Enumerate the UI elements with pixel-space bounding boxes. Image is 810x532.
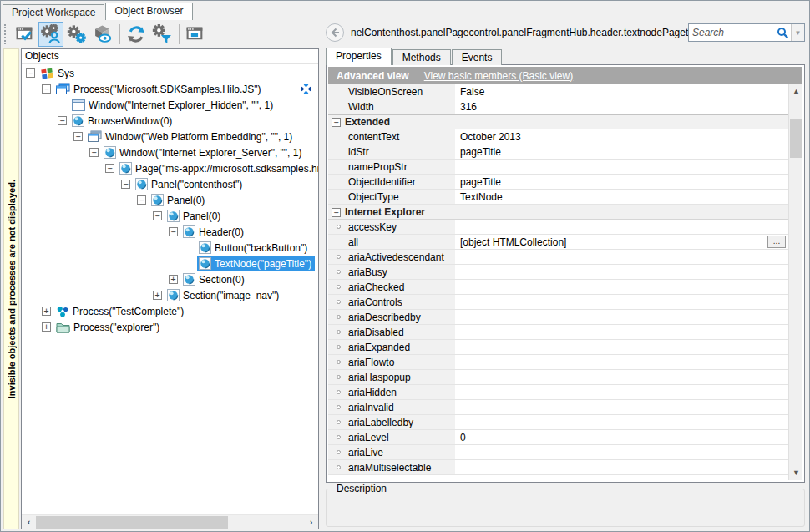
window-panel-button[interactable] <box>183 22 208 47</box>
tree-node-content[interactable]: TextNode("pageTitle") <box>197 256 315 271</box>
tab-project-workspace[interactable]: Project Workspace <box>3 4 104 20</box>
tree-node[interactable]: −Panel("contenthost") <box>22 176 318 192</box>
property-row[interactable]: ariaInvalid <box>328 400 788 415</box>
refresh-button[interactable] <box>124 22 149 47</box>
tree-node-content[interactable]: Process("TestComplete") <box>54 304 187 318</box>
property-row[interactable]: ariaBusy <box>328 265 788 280</box>
tree-node[interactable]: −Panel(0) <box>22 208 318 224</box>
collapse-icon[interactable]: − <box>73 132 83 141</box>
gears-button[interactable] <box>64 22 89 47</box>
expand-icon[interactable]: + <box>42 307 51 316</box>
scrollbar-thumb[interactable] <box>790 119 802 158</box>
tree-node-content[interactable]: Window("Web Platform Embedding", "", 1) <box>86 129 296 144</box>
search-icon[interactable] <box>777 27 789 39</box>
tree-node-content[interactable]: Page("ms-appx://microsoft.sdksamples.hil… <box>118 161 318 175</box>
property-row[interactable]: ariaLive <box>328 445 788 460</box>
tree-node-content[interactable]: Section(0) <box>181 272 248 286</box>
property-row[interactable]: VisibleOnScreenFalse <box>328 84 788 99</box>
property-row[interactable]: ariaChecked <box>328 280 788 295</box>
property-row[interactable]: contentTextOctober 2013 <box>328 129 788 144</box>
tree-node-content[interactable]: Window("Internet Explorer_Server", "", 1… <box>102 145 305 160</box>
tree-node[interactable]: −Window("Internet Explorer_Server", "", … <box>22 144 318 160</box>
scroll-down-icon[interactable]: ▼ <box>789 466 802 480</box>
tree-node[interactable]: Button("backButton") <box>22 240 318 256</box>
collapse-icon[interactable]: − <box>137 195 146 205</box>
property-row[interactable]: ariaMultiselectable <box>328 460 788 475</box>
tree-node[interactable]: −Window("Web Platform Embedding", "", 1) <box>22 129 318 144</box>
property-row[interactable]: ariaLevel0 <box>328 430 788 445</box>
collapse-icon[interactable]: − <box>169 227 178 236</box>
tree-node[interactable]: −Page("ms-appx://microsoft.sdksamples.hi… <box>22 160 318 176</box>
property-row[interactable]: ariaDisabled <box>328 325 788 340</box>
tree-node[interactable]: Window("Internet Explorer_Hidden", "", 1… <box>22 97 318 113</box>
property-row[interactable]: ariaActivedescendant <box>328 250 788 265</box>
tree-node[interactable]: TextNode("pageTitle") <box>22 256 318 271</box>
property-row[interactable]: ariaLabelledby <box>328 415 788 430</box>
property-row[interactable]: Width316 <box>328 99 788 114</box>
property-row[interactable]: ariaHaspopup <box>328 370 788 385</box>
grid-vertical-scrollbar[interactable]: ▲ ▼ <box>788 84 802 480</box>
tree-node[interactable]: +Process("explorer") <box>22 319 318 335</box>
tree-horizontal-scrollbar[interactable]: ‹ › <box>22 514 318 529</box>
basic-view-link[interactable]: View basic members (Basic view) <box>424 70 574 82</box>
collapse-icon[interactable]: − <box>42 84 51 94</box>
tree-node-content[interactable]: Panel("contenthost") <box>134 177 246 191</box>
property-row[interactable]: all[object HTMLCollection]... <box>328 235 788 250</box>
gear-filter-button[interactable] <box>149 22 175 47</box>
tab-properties[interactable]: Properties <box>326 48 392 65</box>
tree-node-content[interactable]: Panel(0) <box>149 193 208 207</box>
property-row[interactable]: ariaDescribedby <box>328 310 788 325</box>
tree-node-content[interactable]: Process("explorer") <box>54 320 163 334</box>
property-row[interactable]: accessKey <box>328 220 788 235</box>
window-check-button[interactable] <box>13 22 38 47</box>
ellipsis-button[interactable]: ... <box>767 236 786 248</box>
tree-node[interactable]: +Section("image_nav") <box>22 287 318 303</box>
property-category-row[interactable]: −Internet Explorer <box>328 205 788 220</box>
collapse-icon[interactable]: − <box>58 116 67 125</box>
search-options-dropdown[interactable]: ▼ <box>791 24 804 41</box>
collapse-icon[interactable]: − <box>332 118 341 127</box>
tree-node-content[interactable]: Panel(0) <box>165 209 224 223</box>
scroll-up-icon[interactable]: ▲ <box>789 84 802 99</box>
property-row[interactable]: idStrpageTitle <box>328 144 788 160</box>
tree-node-content[interactable]: Header(0) <box>181 225 247 239</box>
tree-node-content[interactable]: Process("Microsoft.SDKSamples.Hilo.JS") <box>54 82 265 96</box>
tree-node-content[interactable]: Section("image_nav") <box>165 288 282 302</box>
tab-events[interactable]: Events <box>452 49 503 65</box>
collapse-icon[interactable]: − <box>332 208 341 217</box>
tree-node[interactable]: −BrowserWindow(0) <box>22 113 318 129</box>
cube-eye-button[interactable] <box>90 22 115 47</box>
tree-node-content[interactable]: BrowserWindow(0) <box>70 114 175 128</box>
property-row[interactable]: ariaHidden <box>328 385 788 400</box>
property-row[interactable]: ObjectIdentifierpageTitle <box>328 175 788 190</box>
gears-person-button[interactable] <box>38 22 63 47</box>
tree-node-content[interactable]: Window("Internet Explorer_Hidden", "", 1… <box>70 98 276 112</box>
tree-node-content[interactable]: Button("backButton") <box>197 241 311 255</box>
tree-node[interactable]: −Panel(0) <box>22 192 318 208</box>
tree-node[interactable]: +Section(0) <box>22 271 318 287</box>
collapse-icon[interactable]: − <box>153 211 162 220</box>
expand-icon[interactable]: + <box>42 322 51 332</box>
expand-icon[interactable]: + <box>153 291 162 300</box>
back-button[interactable] <box>326 23 344 42</box>
tree-node[interactable]: −Sys <box>22 65 318 81</box>
tree-node-content[interactable]: Sys <box>38 66 78 80</box>
expand-icon[interactable]: + <box>169 275 178 284</box>
tab-object-browser[interactable]: Object Browser <box>105 3 192 20</box>
property-row[interactable]: namePropStr <box>328 160 788 175</box>
collapse-icon[interactable]: − <box>105 164 114 173</box>
property-row[interactable]: ariaExpanded <box>328 340 788 355</box>
collapse-icon[interactable]: − <box>121 180 130 189</box>
tree-node[interactable]: +Process("TestComplete") <box>22 303 318 319</box>
scroll-left-icon[interactable]: ‹ <box>22 516 36 529</box>
toolbar-grip-handle[interactable] <box>4 24 9 44</box>
collapse-icon[interactable]: − <box>26 68 35 78</box>
scrollbar-thumb[interactable] <box>36 516 228 529</box>
scroll-right-icon[interactable]: › <box>304 516 318 529</box>
tab-methods[interactable]: Methods <box>392 49 451 65</box>
collapse-icon[interactable]: − <box>89 148 99 157</box>
property-row[interactable]: ariaFlowto <box>328 355 788 370</box>
tree-node[interactable]: −Process("Microsoft.SDKSamples.Hilo.JS") <box>22 81 318 97</box>
search-input[interactable] <box>689 27 775 38</box>
tree-node[interactable]: −Header(0) <box>22 224 318 240</box>
